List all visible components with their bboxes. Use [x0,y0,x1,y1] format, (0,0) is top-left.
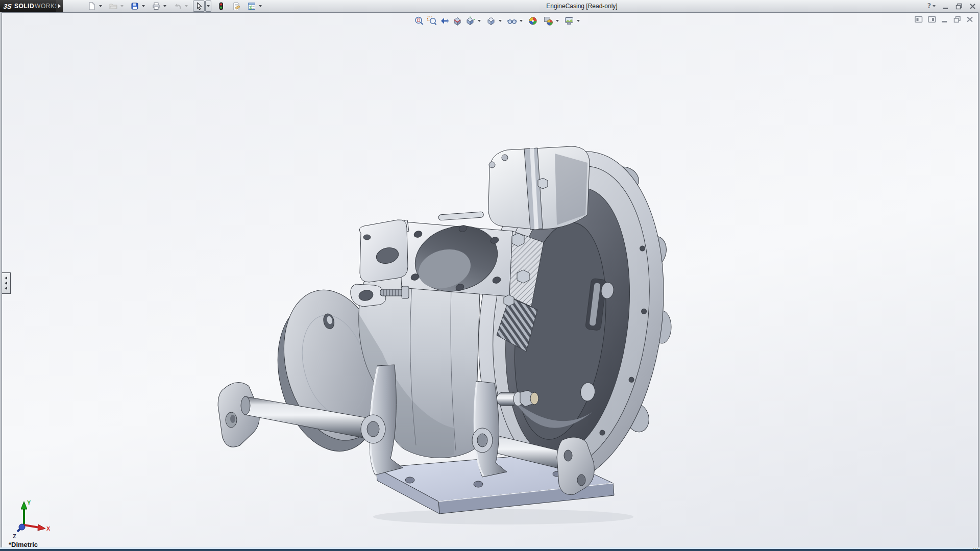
graphics-viewport[interactable]: Y X Z *Dimetric [2,12,978,547]
select-button[interactable] [193,1,205,12]
edit-appearance-ball-icon [528,16,538,26]
open-dropdown[interactable] [119,1,125,12]
apply-scene-button[interactable] [542,15,554,27]
edit-appearance-button[interactable] [526,15,539,27]
rebuild-traffic-light-icon [217,2,225,10]
file-properties-button[interactable] [230,1,242,12]
mount-bracket[interactable] [351,220,409,307]
doc-restore-button[interactable] [953,16,961,23]
doc-close-icon [966,16,973,23]
undo-button[interactable] [172,1,183,12]
expand-right-pane-icon [928,16,936,23]
view-orientation-dropdown[interactable] [476,15,482,27]
display-style-button[interactable] [484,15,497,27]
new-button[interactable] [86,1,97,12]
orientation-triad[interactable]: Y X Z [9,498,53,541]
rebuild-button[interactable] [215,1,227,12]
triad-y-axis: Y [21,499,31,525]
svg-text:X: X [46,525,51,532]
undo-arrow-icon [174,2,182,10]
options-dropdown[interactable] [257,1,263,12]
zoom-to-area-icon [427,16,437,26]
open-button[interactable] [107,1,119,12]
undo-dropdown[interactable] [183,1,189,12]
display-style-dropdown[interactable] [497,15,503,27]
triad-z-axis: Z [13,524,25,539]
select-cursor-icon [195,2,203,10]
collapse-left-pane-button[interactable] [915,16,923,23]
resize-grip[interactable] [973,548,978,549]
svg-text:Z: Z [13,533,16,539]
apply-scene-dropdown[interactable] [554,15,560,27]
expand-right-pane-button[interactable] [928,16,936,23]
save-button[interactable] [129,1,140,12]
window-controls: ? [927,0,976,12]
view-settings-button[interactable] [562,15,575,27]
restore-button[interactable] [955,3,963,10]
brand-name-bold: SOLID [14,3,34,10]
collapse-arrow-icon [5,287,7,290]
top-cover[interactable] [488,146,590,230]
ds-logo-glyph: 3S [3,3,12,10]
previous-view-button[interactable] [438,15,451,27]
view-settings-monitor-icon [564,16,574,26]
cover-bolt [502,155,508,161]
help-dropdown-icon [933,5,936,7]
svg-text:Y: Y [27,499,31,506]
doc-minimize-button[interactable] [941,16,948,23]
collapse-arrow-icon [5,282,7,285]
doc-minimize-icon [941,16,948,23]
options-checklist-icon [248,2,256,10]
minimize-button[interactable] [942,3,949,10]
section-view-icon [452,16,462,26]
ground-shadow [373,509,633,524]
headsup-view-toolbar [412,15,581,27]
document-window-controls [915,16,973,23]
model-canvas [2,12,978,547]
save-floppy-icon [131,2,139,10]
solidworks-logo: 3S SOLID WORKS [0,0,56,12]
engine-model[interactable] [216,141,682,524]
title-bar: 3S SOLID WORKS [0,0,980,12]
file-properties-icon [232,2,240,10]
statusbar-edge [0,549,980,551]
hide-show-items-dropdown[interactable] [518,15,524,27]
zoom-to-area-button[interactable] [425,15,438,27]
printer-icon [152,2,160,10]
close-icon [969,3,976,10]
view-orientation-icon [465,16,475,26]
hide-show-glasses-icon [507,16,517,26]
view-orientation-button[interactable] [463,15,476,27]
triad-x-axis: X [24,524,51,532]
previous-view-icon [439,16,450,26]
doc-close-button[interactable] [966,16,973,23]
strap-bolt [538,178,548,189]
new-document-icon [88,2,96,10]
hide-show-items-button[interactable] [505,15,518,27]
zoom-to-fit-icon [414,16,424,26]
close-button[interactable] [969,3,976,10]
view-orientation-label: *Dimetric [9,541,38,547]
feature-tree-collapsed-tab[interactable] [2,272,11,294]
help-button[interactable]: ? [927,2,936,10]
cover-bolt [489,162,495,168]
brand-name-light: WORKS [35,3,59,10]
save-dropdown[interactable] [140,1,146,12]
menu-flyout-arrow[interactable] [56,0,63,12]
print-button[interactable] [150,1,162,12]
display-style-icon [486,16,496,26]
section-view-button[interactable] [451,15,463,27]
main-toolbar [86,0,263,12]
document-title: EngineCasing [Read-only] [546,0,617,12]
select-dropdown[interactable] [205,1,211,12]
collapse-arrow-icon [5,277,7,280]
view-settings-dropdown[interactable] [575,15,581,27]
zoom-to-fit-button[interactable] [412,15,425,27]
options-button[interactable] [246,1,257,12]
new-dropdown[interactable] [97,1,104,12]
apply-scene-icon [543,16,553,26]
open-folder-icon [109,2,117,10]
cylinder-flange[interactable] [401,217,512,300]
minimize-icon [942,3,949,10]
print-dropdown[interactable] [162,1,168,12]
